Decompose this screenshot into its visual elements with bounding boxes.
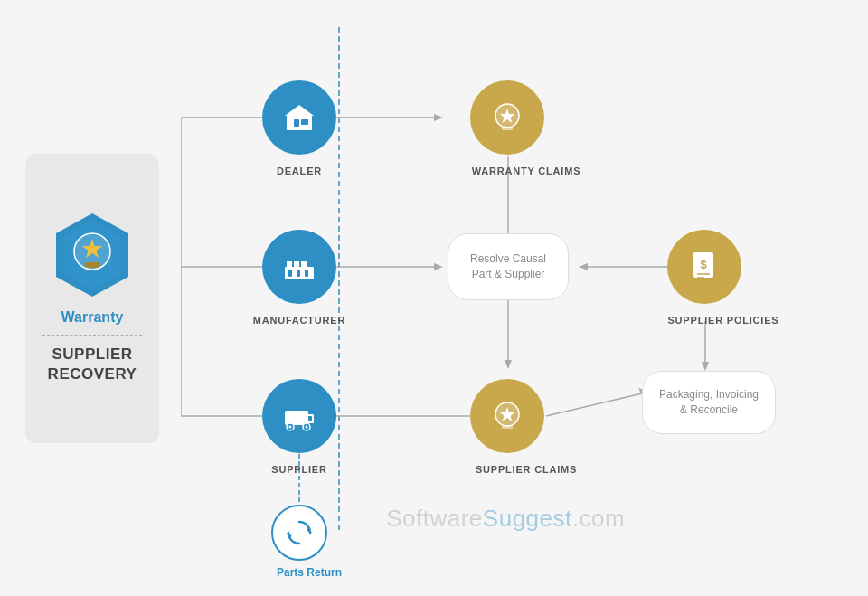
supplier-claims-icon xyxy=(489,398,525,434)
flow-area: DEALER MANUFACTURER xyxy=(181,0,850,596)
supplier-circle xyxy=(262,379,336,453)
warranty-claims-icon xyxy=(489,99,525,136)
warranty-label: Warranty xyxy=(61,309,124,326)
resolve-causal-box: Resolve CausalPart & Supplier xyxy=(448,233,569,300)
svg-text:$: $ xyxy=(700,258,707,271)
warranty-claims-circle xyxy=(470,80,544,155)
packaging-text: Packaging, Invoicing& Reconcile xyxy=(659,387,759,418)
dealer-circle xyxy=(262,80,336,155)
hexagon-icon xyxy=(52,212,132,298)
supplier-policies-icon: $ xyxy=(686,249,722,285)
svg-marker-14 xyxy=(434,263,443,270)
supplier-icon xyxy=(281,398,317,434)
dealer-icon xyxy=(281,99,317,136)
manufacturer-circle xyxy=(262,230,336,304)
svg-point-45 xyxy=(306,426,308,429)
svg-marker-12 xyxy=(434,114,443,121)
svg-line-25 xyxy=(546,393,642,416)
svg-rect-49 xyxy=(502,127,513,130)
svg-rect-32 xyxy=(287,114,312,117)
panel-divider xyxy=(42,335,142,336)
supplier-claims-circle xyxy=(470,379,544,453)
svg-rect-52 xyxy=(502,425,513,429)
supplier-claims-label: SUPPLIER CLAIMS xyxy=(447,464,606,475)
svg-rect-34 xyxy=(287,261,292,270)
svg-rect-35 xyxy=(294,261,299,270)
svg-marker-18 xyxy=(505,360,512,369)
main-container: Warranty SUPPLIERRECOVERY xyxy=(0,0,868,596)
svg-marker-24 xyxy=(702,362,709,371)
svg-rect-36 xyxy=(301,261,307,270)
svg-rect-30 xyxy=(294,119,299,127)
supplier-policies-circle: $ xyxy=(667,230,741,304)
manufacturer-label: MANUFACTURER xyxy=(235,315,363,326)
supplier-recovery-label: SUPPLIERRECOVERY xyxy=(48,345,137,384)
manufacturer-icon xyxy=(281,249,317,285)
packaging-box: Packaging, Invoicing& Reconcile xyxy=(642,371,776,434)
svg-rect-40 xyxy=(285,411,308,425)
hexagon-container xyxy=(52,212,132,298)
left-panel: Warranty SUPPLIERRECOVERY xyxy=(25,154,159,443)
supplier-policies-label: SUPPLIER POLICIES xyxy=(642,315,805,326)
resolve-causal-text: Resolve CausalPart & Supplier xyxy=(470,251,546,282)
svg-rect-37 xyxy=(288,270,292,277)
parts-return-label: Parts Return xyxy=(257,566,362,579)
dealer-label: DEALER xyxy=(247,166,352,176)
svg-rect-39 xyxy=(305,270,308,277)
parts-return-icon xyxy=(284,517,315,548)
svg-rect-31 xyxy=(301,119,308,125)
svg-point-43 xyxy=(289,426,292,429)
svg-rect-38 xyxy=(297,270,300,277)
svg-marker-22 xyxy=(579,263,588,270)
warranty-claims-label: WARRANTY CLAIMS xyxy=(447,166,606,176)
svg-rect-46 xyxy=(308,416,312,421)
parts-return-circle xyxy=(271,505,327,561)
supplier-label: SUPPLIER xyxy=(247,464,352,475)
